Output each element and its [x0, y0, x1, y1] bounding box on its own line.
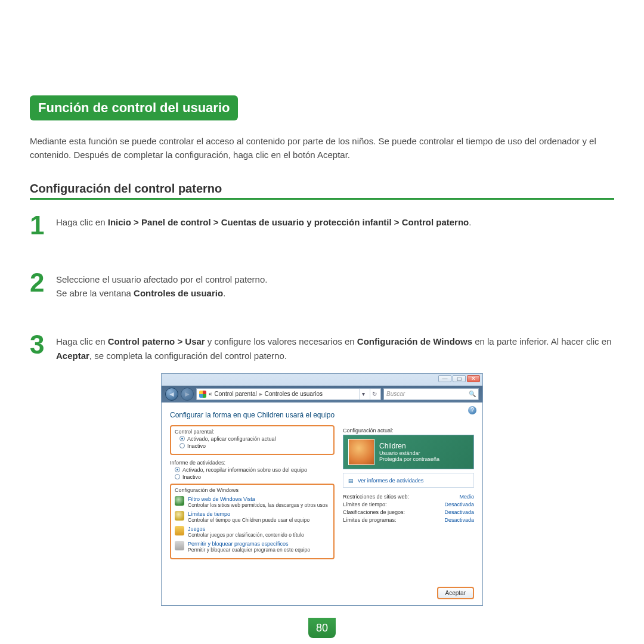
maximize-button[interactable]: ▢	[453, 375, 466, 382]
group-label: Control parental:	[175, 429, 330, 435]
breadcrumb-sep: «	[209, 391, 212, 397]
breadcrumb-item[interactable]: Controles de usuarios	[265, 391, 323, 397]
text: Se abre la ventana	[56, 288, 134, 298]
section-title-badge: Función de control del usuario	[30, 95, 238, 120]
windows-settings-group: Configuración de Windows Filtro web de W…	[170, 484, 335, 559]
vista-window: — ▢ ✕ ◄ ► « Control parental ▸ Controles…	[161, 373, 483, 606]
radio-icon	[175, 474, 180, 479]
status-row: Límites de programas:Desactivada	[343, 517, 474, 523]
radio-report-off[interactable]: Inactivo	[175, 474, 335, 480]
window-controls: — ▢ ✕	[438, 375, 480, 382]
group-label: Configuración de Windows	[175, 487, 330, 493]
radio-label: Activado, aplicar configuración actual	[187, 436, 276, 442]
item-title: Límites de tiempo	[188, 511, 309, 517]
status-value: Desactivada	[444, 517, 474, 523]
current-config-label: Configuración actual:	[343, 428, 474, 434]
item-desc: Controlar juegos por clasificación, cont…	[188, 532, 304, 538]
status-value: Medio	[459, 494, 474, 500]
text-bold: Configuración de Windows	[357, 336, 472, 346]
parental-control-group: Control parental: Activado, aplicar conf…	[170, 425, 335, 455]
window-content: ? Configurar la forma en que Children us…	[162, 402, 482, 605]
item-desc: Controlar los sitios web permitidos, las…	[188, 502, 328, 508]
status-row: Restricciones de sitios web:Medio	[343, 494, 474, 500]
status-value: Desactivada	[444, 501, 474, 507]
item-title: Permitir y bloquear programas específico…	[188, 541, 310, 547]
search-placeholder: Buscar	[386, 391, 405, 397]
ok-button-wrap: Aceptar	[437, 587, 474, 599]
radio-label: Activado, recopilar información sobre us…	[182, 467, 307, 473]
step-body: Seleccione el usuario afectado por el co…	[56, 270, 267, 301]
status-row: Clasificaciones de juegos:Desactivada	[343, 509, 474, 515]
item-title: Juegos	[188, 526, 304, 532]
text: .	[223, 288, 225, 298]
text: Seleccione el usuario afectado por el co…	[56, 274, 267, 284]
link-text: Ver informes de actividades	[358, 478, 424, 484]
user-name: Children	[379, 442, 439, 450]
close-button[interactable]: ✕	[467, 375, 480, 382]
settings-item-games[interactable]: JuegosControlar juegos por clasificación…	[175, 526, 330, 538]
text-bold: Controles de usuario	[134, 288, 223, 298]
breadcrumb-item[interactable]: Control parental	[215, 391, 257, 397]
help-icon[interactable]: ?	[468, 406, 476, 414]
status-label: Clasificaciones de juegos:	[343, 509, 405, 515]
page-number: 80	[308, 618, 336, 638]
step-2: 2 Seleccione el usuario afectado por el …	[30, 270, 614, 301]
view-reports-link[interactable]: ▤ Ver informes de actividades	[343, 473, 474, 488]
radio-label: Inactivo	[187, 443, 206, 449]
ok-button[interactable]: Aceptar	[437, 587, 474, 599]
step-1: 1 Haga clic en Inicio > Panel de control…	[30, 213, 614, 238]
text: Haga clic en	[56, 217, 108, 227]
radio-option-active[interactable]: Activado, aplicar configuración actual	[179, 436, 330, 442]
status-value: Desactivada	[444, 509, 474, 515]
radio-report-on[interactable]: Activado, recopilar información sobre us…	[175, 467, 335, 473]
forward-button[interactable]: ►	[181, 388, 194, 401]
intro-paragraph: Mediante esta función se puede controlar…	[30, 135, 614, 162]
avatar	[348, 439, 374, 465]
radio-icon	[179, 436, 185, 441]
globe-icon	[175, 496, 184, 506]
status-grid: Restricciones de sitios web:Medio Límite…	[343, 494, 474, 523]
search-input[interactable]: Buscar 🔍	[383, 388, 479, 400]
shield-icon	[199, 391, 206, 398]
clock-icon	[175, 511, 184, 521]
text-bold: Aceptar	[56, 351, 89, 361]
path-text: Inicio > Panel de control > Cuentas de u…	[108, 217, 469, 227]
subheading: Configuración del control paterno	[30, 182, 614, 200]
search-icon: 🔍	[469, 391, 476, 397]
breadcrumb-sep: ▸	[259, 391, 262, 397]
step-number: 3	[30, 332, 50, 363]
text: .	[469, 217, 471, 227]
radio-option-inactive[interactable]: Inactivo	[179, 443, 330, 449]
settings-item-programs[interactable]: Permitir y bloquear programas específico…	[175, 541, 330, 553]
back-button[interactable]: ◄	[165, 388, 178, 401]
step-number: 2	[30, 270, 50, 301]
settings-item-webfilter[interactable]: Filtro web de Windows VistaControlar los…	[175, 496, 330, 508]
report-icon: ▤	[348, 478, 354, 484]
status-label: Límites de programas:	[343, 517, 397, 523]
step-3: 3 Haga clic en Control paterno > Usar y …	[30, 332, 614, 363]
text: , se completa la configuración del contr…	[89, 351, 287, 361]
settings-item-timelimits[interactable]: Límites de tiempoControlar el tiempo que…	[175, 511, 330, 523]
step-body: Haga clic en Inicio > Panel de control >…	[56, 213, 471, 238]
item-title: Filtro web de Windows Vista	[188, 496, 328, 502]
item-desc: Controlar el tiempo que Children puede u…	[188, 517, 309, 523]
breadcrumb-dropdown-icon[interactable]: ▾	[359, 389, 367, 400]
radio-label: Inactivo	[182, 474, 201, 480]
user-password-status: Protegida por contraseña	[379, 456, 439, 462]
games-icon	[175, 526, 184, 535]
minimize-button[interactable]: —	[438, 375, 451, 382]
step-number: 1	[30, 213, 50, 238]
text: y configure los valores necesarios en	[205, 336, 357, 346]
item-desc: Permitir y bloquear cualquier programa e…	[188, 547, 310, 553]
status-row: Límites de tiempo:Desactivada	[343, 501, 474, 507]
text: Haga clic en	[56, 336, 108, 346]
text: en la parte inferior. Al hacer clic en	[472, 336, 611, 346]
window-titlebar: — ▢ ✕	[162, 374, 482, 386]
address-bar: ◄ ► « Control parental ▸ Controles de us…	[162, 386, 482, 402]
user-role: Usuario estándar	[379, 450, 439, 456]
breadcrumb-box[interactable]: « Control parental ▸ Controles de usuari…	[196, 388, 381, 400]
user-card: Children Usuario estándar Protegida por …	[343, 435, 474, 469]
refresh-icon[interactable]: ↻	[370, 389, 378, 400]
radio-icon	[179, 443, 185, 448]
step-body: Haga clic en Control paterno > Usar y co…	[56, 332, 614, 363]
